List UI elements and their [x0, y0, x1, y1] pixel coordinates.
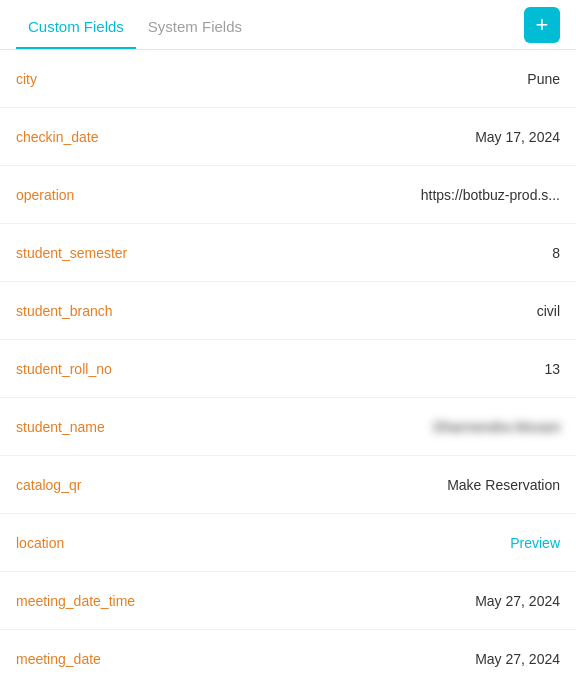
field-name: meeting_date [16, 651, 101, 667]
field-name: location [16, 535, 64, 551]
field-value: Make Reservation [447, 477, 560, 493]
field-name: operation [16, 187, 74, 203]
field-name: meeting_date_time [16, 593, 135, 609]
tab-custom-fields[interactable]: Custom Fields [16, 0, 136, 49]
table-row: operationhttps://botbuz-prod.s... [0, 166, 576, 224]
field-name: student_name [16, 419, 105, 435]
field-value: 8 [552, 245, 560, 261]
table-row: cityPune [0, 50, 576, 108]
field-value: 13 [544, 361, 560, 377]
table-row: locationPreview [0, 514, 576, 572]
field-value: May 27, 2024 [475, 651, 560, 667]
field-name: checkin_date [16, 129, 99, 145]
table-row: student_semester8 [0, 224, 576, 282]
tab-system-fields[interactable]: System Fields [136, 0, 254, 49]
field-name: city [16, 71, 37, 87]
field-value: May 17, 2024 [475, 129, 560, 145]
field-value: civil [537, 303, 560, 319]
table-row: student_branchcivil [0, 282, 576, 340]
field-value: Dharmendra Movani [433, 419, 560, 435]
field-name: student_roll_no [16, 361, 112, 377]
table-row: meeting_dateMay 27, 2024 [0, 630, 576, 684]
table-row: checkin_dateMay 17, 2024 [0, 108, 576, 166]
field-value: https://botbuz-prod.s... [421, 187, 560, 203]
field-name: student_semester [16, 245, 127, 261]
table-row: catalog_qrMake Reservation [0, 456, 576, 514]
tabs-header: Custom Fields System Fields + [0, 0, 576, 50]
main-container: Custom Fields System Fields + cityPunech… [0, 0, 576, 684]
table-row: meeting_date_timeMay 27, 2024 [0, 572, 576, 630]
field-value: May 27, 2024 [475, 593, 560, 609]
field-value: Pune [527, 71, 560, 87]
field-value[interactable]: Preview [510, 535, 560, 551]
table-row: student_roll_no13 [0, 340, 576, 398]
fields-list: cityPunecheckin_dateMay 17, 2024operatio… [0, 50, 576, 684]
table-row: student_nameDharmendra Movani [0, 398, 576, 456]
field-name: catalog_qr [16, 477, 81, 493]
field-name: student_branch [16, 303, 113, 319]
add-field-button[interactable]: + [524, 7, 560, 43]
